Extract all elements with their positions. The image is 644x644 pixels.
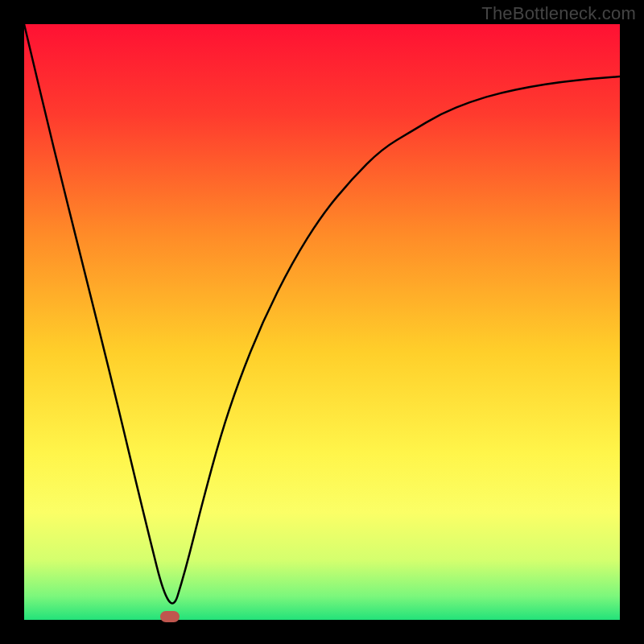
bottleneck-curve-path <box>24 24 620 604</box>
watermark-text: TheBottleneck.com <box>481 3 636 24</box>
optimum-marker <box>160 611 180 622</box>
chart-frame: TheBottleneck.com <box>0 0 644 644</box>
curve-layer <box>24 24 620 620</box>
